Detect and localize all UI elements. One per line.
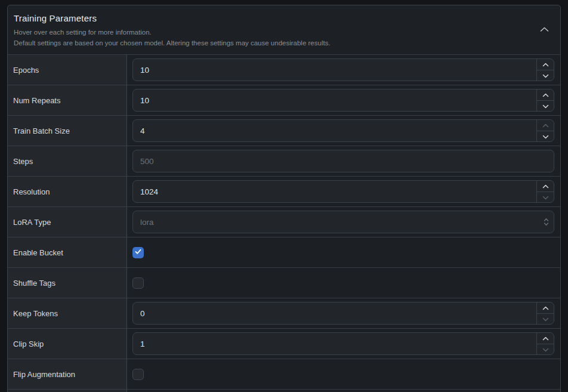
row-control-resolution	[127, 177, 560, 206]
panel-hint-line1: Hover over each setting for more informa…	[14, 27, 554, 38]
table-row-epochs: Epochs	[8, 55, 560, 85]
row-label-partial	[8, 390, 127, 392]
chevron-up-icon	[542, 121, 549, 129]
select-arrows-icon	[538, 211, 554, 233]
chevron-down-icon	[542, 193, 549, 202]
clip-skip-spinner	[536, 333, 554, 354]
num-repeats-spin-up-button[interactable]	[537, 89, 554, 101]
row-control-shuffle-tags	[127, 268, 560, 298]
table-row-enable-bucket: Enable Bucket	[8, 237, 560, 268]
row-label-keep-tokens: Keep Tokens	[8, 298, 127, 328]
row-control-enable-bucket	[127, 237, 560, 267]
keep-tokens-spinner	[536, 303, 554, 324]
enable-bucket-checkbox[interactable]	[132, 247, 144, 258]
chevron-up-icon	[542, 303, 549, 312]
flip-augmentation-checkbox[interactable]	[132, 369, 144, 380]
chevron-up-icon	[542, 181, 549, 190]
epochs-input[interactable]	[133, 59, 536, 81]
table-row-clip-skip: Clip Skip	[8, 329, 560, 359]
row-label-num-repeats: Num Repeats	[8, 85, 127, 115]
row-label-resolution: Resolution	[8, 177, 127, 206]
train-batch-size-input-group	[132, 119, 554, 142]
table-row-resolution: Resolution	[8, 177, 560, 207]
row-label-clip-skip: Clip Skip	[8, 329, 127, 359]
table-row-flip-augmentation: Flip Augmentation	[8, 359, 560, 390]
num-repeats-spin-down-button[interactable]	[537, 101, 554, 112]
row-label-train-batch-size: Train Batch Size	[8, 116, 127, 146]
row-label-shuffle-tags: Shuffle Tags	[8, 268, 127, 298]
train-batch-size-spinner	[536, 120, 554, 141]
row-label-steps: Steps	[8, 146, 127, 176]
chevron-down-icon	[542, 132, 549, 141]
chevron-up-icon	[542, 334, 549, 342]
chevron-down-icon	[542, 345, 549, 354]
table-row-num-repeats: Num Repeats	[8, 85, 560, 116]
keep-tokens-input-group	[132, 302, 554, 325]
table-row-train-batch-size: Train Batch Size	[8, 116, 560, 146]
chevron-up-icon	[542, 90, 549, 99]
row-control-steps	[127, 146, 560, 176]
row-control-train-batch-size	[127, 116, 560, 146]
train-batch-size-spin-down-button[interactable]	[537, 131, 554, 142]
collapse-panel-button[interactable]	[538, 24, 551, 35]
table-row-steps: Steps	[8, 146, 560, 177]
clip-skip-spin-up-button[interactable]	[537, 333, 554, 344]
panel-title: Training Parameters	[14, 12, 554, 25]
row-label-lora-type: LoRA Type	[8, 207, 127, 237]
chevron-up-icon	[542, 60, 549, 69]
epochs-input-group	[132, 58, 554, 81]
row-label-flip-augmentation: Flip Augmentation	[8, 359, 127, 389]
row-label-enable-bucket: Enable Bucket	[8, 237, 127, 267]
keep-tokens-input[interactable]	[133, 303, 536, 324]
row-control-epochs	[127, 55, 560, 85]
chevron-down-icon	[542, 71, 549, 80]
lora-type-selected-value: lora	[133, 211, 538, 233]
keep-tokens-spin-down-button	[537, 314, 554, 325]
training-parameters-panel: Training Parameters Hover over each sett…	[7, 5, 561, 392]
row-label-epochs: Epochs	[8, 55, 127, 85]
chevron-up-icon	[540, 25, 549, 34]
row-control-keep-tokens	[127, 298, 560, 328]
row-control-num-repeats	[127, 85, 560, 115]
chevron-down-icon	[542, 101, 549, 110]
row-control-lora-type: lora	[127, 207, 560, 237]
clip-skip-input-group	[132, 332, 554, 355]
resolution-input-group	[132, 180, 554, 203]
num-repeats-input[interactable]	[133, 89, 536, 111]
chevron-down-icon	[542, 314, 549, 323]
lora-type-select: lora	[132, 211, 554, 233]
resolution-spin-down-button	[537, 192, 554, 203]
row-control-clip-skip	[127, 329, 560, 359]
clip-skip-input[interactable]	[133, 333, 536, 354]
resolution-spinner	[536, 181, 554, 202]
clip-skip-spin-down-button	[537, 344, 554, 355]
row-control-partial	[127, 390, 560, 392]
panel-hint-line2: Default settings are based on your chose…	[14, 38, 554, 48]
table-row-keep-tokens: Keep Tokens	[8, 298, 560, 329]
epochs-spin-down-button[interactable]	[537, 70, 554, 81]
panel-header: Training Parameters Hover over each sett…	[8, 5, 560, 55]
num-repeats-spinner	[536, 89, 554, 111]
steps-input-group	[132, 150, 554, 172]
resolution-spin-up-button[interactable]	[537, 181, 554, 192]
num-repeats-input-group	[132, 89, 554, 112]
shuffle-tags-checkbox[interactable]	[132, 277, 144, 289]
train-batch-size-input[interactable]	[133, 120, 536, 141]
table-row-partial	[8, 390, 560, 392]
keep-tokens-spin-up-button[interactable]	[537, 303, 554, 314]
table-row-lora-type: LoRA Typelora	[8, 207, 560, 237]
checkmark-icon	[134, 247, 142, 258]
row-control-flip-augmentation	[127, 359, 560, 389]
epochs-spinner	[536, 59, 554, 81]
epochs-spin-up-button[interactable]	[537, 59, 554, 70]
steps-input	[133, 150, 554, 172]
train-batch-size-spin-up-button	[537, 120, 554, 131]
table-row-shuffle-tags: Shuffle Tags	[8, 268, 560, 298]
settings-table: EpochsNum RepeatsTrain Batch SizeStepsRe…	[8, 55, 560, 392]
resolution-input[interactable]	[133, 181, 536, 202]
